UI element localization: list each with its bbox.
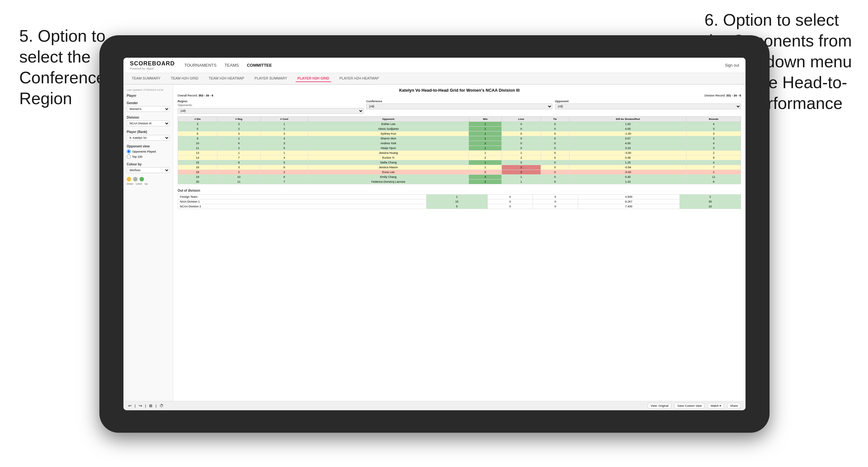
cell-loss: 2 — [502, 165, 540, 170]
cell-reg: 3 — [217, 131, 261, 136]
cell-opponent: Federica Domecq Lacroze — [308, 180, 469, 184]
cell-rounds: 3 — [686, 136, 741, 141]
gender-select[interactable]: Women's — [127, 106, 169, 112]
out-cell-loss: 0 — [487, 204, 533, 209]
cell-rounds: 3 — [686, 131, 741, 136]
subnav-team-summary[interactable]: TEAM SUMMARY — [130, 75, 162, 82]
cell-opponent: Jessica Mason — [308, 165, 469, 170]
cell-reg: 2 — [217, 127, 261, 131]
cell-rounds: 3 — [686, 127, 741, 131]
division-select[interactable]: NCAA Division III — [127, 121, 169, 126]
cell-diff: 4.00 — [569, 141, 686, 146]
cell-conf: 5 — [260, 160, 308, 165]
watch-btn[interactable]: Watch ▾ — [708, 403, 724, 409]
cell-loss: 2 — [502, 155, 540, 160]
out-of-division-table: Foreign Team 1 0 0 4.500 2 NAIA Division… — [178, 194, 741, 209]
out-cell-tie: 0 — [533, 204, 578, 209]
cell-conf: 6 — [260, 165, 308, 170]
opponents-label: Opponents: — [178, 103, 364, 107]
out-cell-rounds: 10 — [679, 204, 741, 209]
cell-opponent: Euna Lee — [308, 170, 469, 175]
subnav-team-h2h-grid[interactable]: TEAM H2H GRID — [169, 75, 200, 82]
nav-committee[interactable]: COMMITTEE — [247, 62, 272, 69]
cell-opponent: Andrea York — [308, 141, 469, 146]
subnav-team-h2h-heatmap[interactable]: TEAM H2H HEATMAP — [207, 75, 246, 82]
sidebar-colour-label: Colour by — [127, 162, 169, 166]
cell-loss: 0 — [502, 122, 540, 127]
sign-out-link[interactable]: Sign out — [725, 63, 739, 68]
save-custom-view-btn[interactable]: Save Custom View — [674, 403, 705, 409]
toolbar-sep1: | — [135, 404, 136, 408]
cell-tie: 0 — [540, 175, 569, 180]
sidebar-gender-label: Gender — [127, 101, 169, 105]
cell-div: 10 — [178, 141, 217, 146]
cell-tie: 0 — [540, 170, 569, 175]
cell-rounds: 3 — [686, 146, 741, 151]
radio-top100[interactable]: Top 100 — [127, 155, 169, 159]
filter-region: Region Opponents: (All) — [178, 100, 364, 114]
cell-conf: 4 — [260, 155, 308, 160]
cell-reg: 1 — [217, 151, 261, 155]
out-cell-rounds: 2 — [679, 194, 741, 199]
toolbar-copy[interactable]: ⊞ — [149, 404, 152, 408]
out-table-row: NAIA Division 1 15 0 0 9.267 30 — [178, 199, 741, 204]
share-btn[interactable]: Share — [727, 403, 741, 409]
division-record-value: 331 - 34 - 6 — [726, 94, 741, 97]
label-down: Down — [127, 182, 133, 185]
out-cell-diff: 4.500 — [578, 194, 679, 199]
sidebar-player-rank-label: Player (Rank) — [127, 130, 169, 134]
out-cell-win: 15 — [426, 199, 487, 204]
view-original-btn[interactable]: View: Original — [648, 403, 671, 409]
overall-record-value: 353 - 34 - 6 — [198, 94, 213, 97]
last-updated: Last Updated: 27/03/2024 14:34 — [127, 89, 169, 91]
table-row: 11 2 5 Heejo Hyun 1 0 0 3.33 3 — [178, 146, 741, 151]
sidebar-division-label: Division — [127, 116, 169, 119]
subnav-player-summary[interactable]: PLAYER SUMMARY — [253, 75, 289, 82]
table-row: 18 2 2 Euna Lee 0 2 0 -5.00 2 — [178, 170, 741, 175]
conference-select[interactable]: (All) — [366, 103, 552, 109]
cell-diff: -3.00 — [569, 151, 686, 155]
toolbar-undo[interactable]: ↩ — [128, 404, 131, 408]
cell-div: 20 — [178, 180, 217, 184]
toolbar-redo[interactable]: ↪ — [139, 404, 142, 408]
table-row: 20 11 7 Federica Domecq Lacroze 2 1 0 1.… — [178, 180, 741, 184]
cell-win: 1 — [469, 122, 502, 127]
cell-diff: 3.33 — [569, 146, 686, 151]
out-cell-diff: 9.267 — [578, 199, 679, 204]
sidebar-player-section: Player — [127, 94, 169, 97]
player-rank-select[interactable]: 8. Katelyn Vo — [127, 135, 169, 141]
sidebar-division-section: Division NCAA Division III — [127, 116, 169, 126]
dot-level — [133, 177, 137, 181]
region-select[interactable]: (All) — [178, 108, 364, 114]
dot-down — [127, 177, 131, 181]
subnav-player-h2h-grid[interactable]: PLAYER H2H GRID — [296, 75, 331, 82]
nav-tournaments[interactable]: TOURNAMENTS — [184, 62, 216, 69]
subnav-player-h2h-heatmap[interactable]: PLAYER H2H HEATMAP — [338, 75, 381, 82]
cell-tie: 0 — [540, 127, 569, 131]
cell-tie: 0 — [540, 131, 569, 136]
out-cell-loss: 0 — [487, 194, 533, 199]
toolbar-sep2: | — [145, 404, 146, 408]
grid-records: Overall Record: 353 - 34 - 6 Division Re… — [178, 94, 741, 97]
cell-conf: 1 — [260, 151, 308, 155]
toolbar-clock[interactable]: ⏱ — [160, 404, 163, 408]
radio-opponents-played[interactable]: Opponents Played — [127, 149, 169, 154]
cell-tie: 0 — [540, 160, 569, 165]
logo-subtext: Powered by clippd — [130, 67, 175, 70]
colour-select[interactable]: Win/loss — [127, 167, 169, 173]
nav-teams[interactable]: TEAMS — [224, 62, 239, 69]
th-rounds: Rounds — [686, 117, 741, 122]
cell-win: 2 — [469, 180, 502, 184]
out-cell-name: NAIA Division 1 — [178, 199, 427, 204]
cell-win: 1 — [469, 131, 502, 136]
sidebar-opponent-view-section: Opponent view Opponents Played Top 100 — [127, 145, 169, 159]
out-cell-name: Foreign Team — [178, 194, 427, 199]
out-cell-win: 1 — [426, 194, 487, 199]
opponent-select[interactable]: (All) — [555, 103, 741, 109]
main-content: Last Updated: 27/03/2024 14:34 Player Ge… — [123, 85, 745, 401]
filter-region-label: Region — [178, 100, 364, 103]
cell-div: 6 — [178, 131, 217, 136]
table-row: 13 1 1 Jessica Huang 1 1 0 -3.00 2 — [178, 151, 741, 155]
cell-tie: 0 — [540, 180, 569, 184]
table-row: 3 3 1 Esther Lee 1 0 0 1.50 4 — [178, 122, 741, 127]
